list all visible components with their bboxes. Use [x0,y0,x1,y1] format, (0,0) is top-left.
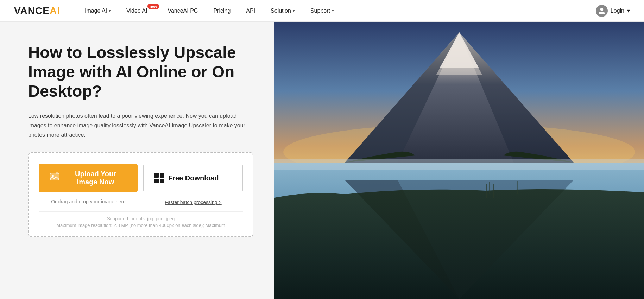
nav-right: Login ▾ [596,5,630,17]
svg-rect-0 [50,173,59,180]
nav-item-solution[interactable]: Solution ▾ [263,0,303,22]
chevron-down-icon: ▾ [293,8,295,13]
chevron-down-icon: ▾ [109,8,111,13]
max-resolution-text: Maximum image resolution: 2.8 MP (no mor… [39,223,243,228]
nav-item-vanceai-pc[interactable]: VanceAI PC [160,0,206,22]
nav-item-support[interactable]: Support ▾ [303,0,342,22]
svg-rect-16 [514,183,514,194]
formats-section: Supported formats: jpg, png, jpeg Maximu… [39,211,243,228]
hero-title: How to Losslessly Upscale Image with AI … [28,43,253,101]
upload-image-button[interactable]: Upload Your Image Now [39,164,138,192]
logo-vance-text: VANCE [14,5,50,17]
navbar: VANCEAI Image AI ▾ Video AI new VanceAI … [0,0,644,22]
upload-box: Upload Your Image Now Free Download Or d… [28,152,253,237]
nav-item-image-ai[interactable]: Image AI ▾ [77,0,119,22]
drag-hint-text: Or drag and drop your image here [39,199,138,204]
supported-formats-text: Supported formats: jpg, png, jpeg [39,216,243,221]
svg-rect-13 [486,184,487,198]
main-content: How to Losslessly Upscale Image with AI … [0,22,644,299]
faster-link[interactable]: Faster batch processing > [144,199,243,205]
new-badge: new [147,4,159,9]
chevron-down-icon: ▾ [332,8,334,13]
upload-buttons: Upload Your Image Now Free Download [39,164,243,192]
logo-ai-text: AI [50,5,60,17]
svg-rect-12 [274,159,644,170]
nav-items: Image AI ▾ Video AI new VanceAI PC Prici… [77,0,596,22]
nav-item-pricing[interactable]: Pricing [206,0,238,22]
svg-rect-15 [493,184,494,198]
hero-image [274,22,644,299]
right-panel [274,22,644,299]
nav-item-api[interactable]: API [238,0,263,22]
upload-icon [49,172,60,185]
free-download-button[interactable]: Free Download [143,164,243,192]
chevron-down-icon: ▾ [627,7,630,14]
nav-item-video-ai[interactable]: Video AI new [119,0,160,22]
svg-point-1 [52,175,54,177]
windows-icon [154,173,164,183]
login-button[interactable]: Login ▾ [596,5,630,17]
svg-rect-17 [517,181,518,194]
left-panel: How to Losslessly Upscale Image with AI … [0,22,274,299]
user-avatar-icon [596,5,608,17]
logo[interactable]: VANCEAI [14,5,60,17]
svg-rect-14 [489,182,490,194]
hero-description: Low resolution photos often lead to a po… [28,111,253,140]
